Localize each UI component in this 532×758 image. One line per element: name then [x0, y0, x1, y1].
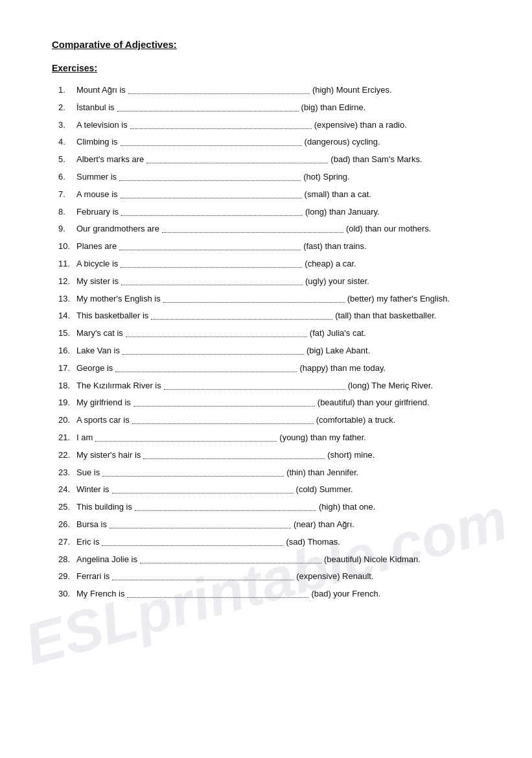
hint-text: (cheap) a car.	[305, 257, 356, 271]
fill-dots	[102, 468, 284, 477]
fill-dots	[121, 137, 302, 146]
hint-text: (long) The Meriç River.	[348, 379, 433, 393]
hint-text: (thin) than Jennifer.	[286, 466, 358, 480]
sentence-start: This basketballer is	[76, 309, 148, 323]
hint-text: (happy) than me today.	[299, 362, 386, 375]
sentence-start: My sister's hair is	[76, 449, 141, 462]
sentence-start: I am	[76, 431, 93, 445]
hint-text: (better) my father's English.	[347, 292, 450, 306]
list-item: My French is (bad) your French.	[58, 587, 487, 601]
sentence-start: This building is	[76, 501, 132, 514]
list-item: Lake Van is (big) Lake Abant.	[58, 344, 487, 358]
sentence-start: Bursa is	[76, 518, 107, 532]
list-item: A sports car is (comfortable) a truck.	[58, 414, 487, 427]
list-item: Eric is (sad) Thomas.	[58, 536, 487, 549]
sentence-start: Sue is	[76, 466, 100, 480]
list-item: This basketballer is (tall) than that ba…	[58, 309, 487, 323]
fill-dots	[140, 555, 321, 563]
list-item: Albert's marks are (bad) than Sam's Mark…	[58, 153, 487, 167]
hint-text: (dangerous) cycling.	[305, 136, 380, 149]
fill-dots	[121, 277, 303, 285]
fill-dots	[121, 259, 302, 268]
fill-dots	[133, 398, 315, 407]
hint-text: (cold) Summer.	[296, 483, 353, 497]
hint-text: (fast) than trains.	[303, 240, 367, 254]
list-item: This building is (high) that one.	[58, 501, 487, 514]
hint-text: (bad) than Sam's Marks.	[330, 153, 422, 167]
list-item: A television is (expensive) than a radio…	[58, 119, 487, 132]
hint-text: (short) mine.	[327, 449, 375, 462]
fill-dots	[121, 207, 303, 216]
fill-dots	[110, 520, 291, 528]
sentence-start: My girlfriend is	[76, 396, 131, 410]
list-item: Bursa is (near) than Ağrı.	[58, 518, 487, 532]
list-item: My mother's English is (better) my fathe…	[58, 292, 487, 306]
sentence-start: A bicycle is	[76, 257, 118, 271]
hint-text: (high) Mount Erciyes.	[312, 84, 392, 97]
section-title: Exercises:	[52, 63, 487, 73]
fill-dots	[135, 503, 316, 511]
main-title: Comparative of Adjectives:	[52, 39, 487, 50]
hint-text: (old) than our mothers.	[346, 222, 432, 236]
sentence-start: George is	[76, 362, 113, 375]
list-item: George is (happy) than me today.	[58, 362, 487, 375]
hint-text: (big) Lake Abant.	[306, 344, 370, 358]
fill-dots	[95, 433, 277, 442]
fill-dots	[143, 451, 325, 459]
sentence-start: Angelina Jolie is	[76, 553, 137, 567]
sentence-start: İstanbul is	[76, 101, 115, 115]
list-item: A mouse is (small) than a cat.	[58, 188, 487, 202]
fill-dots	[151, 311, 332, 320]
fill-dots	[112, 572, 294, 580]
list-item: Planes are (fast) than trains.	[58, 240, 487, 254]
hint-text: (sad) Thomas.	[286, 536, 340, 549]
sentence-start: Albert's marks are	[76, 153, 144, 167]
fill-dots	[117, 103, 299, 112]
sentence-start: Planes are	[76, 240, 117, 254]
page-content: Comparative of Adjectives: Exercises: Mo…	[52, 39, 487, 601]
list-item: Mary's cat is (fat) Julia's cat.	[58, 327, 487, 340]
sentence-start: Winter is	[76, 483, 110, 497]
sentence-start: Lake Van is	[76, 344, 120, 358]
hint-text: (fat) Julia's cat.	[310, 327, 366, 340]
hint-text: (expensive) Renault.	[296, 570, 373, 584]
fill-dots	[130, 121, 312, 129]
sentence-start: Ferrari is	[76, 570, 110, 584]
fill-dots	[119, 242, 301, 250]
hint-text: (expensive) than a radio.	[314, 119, 407, 132]
sentence-start: A sports car is	[76, 414, 130, 427]
fill-dots	[146, 155, 328, 163]
fill-dots	[162, 224, 343, 233]
fill-dots	[163, 294, 345, 303]
hint-text: (near) than Ağrı.	[294, 518, 354, 532]
fill-dots	[132, 416, 314, 424]
fill-dots	[119, 172, 301, 181]
fill-dots	[128, 86, 310, 94]
hint-text: (bad) your French.	[311, 587, 380, 601]
list-item: Winter is (cold) Summer.	[58, 483, 487, 497]
hint-text: (high) that one.	[319, 501, 375, 514]
hint-text: (young) than my father.	[279, 431, 366, 445]
hint-text: (comfortable) a truck.	[316, 414, 396, 427]
hint-text: (beautiful) than your girlfriend.	[318, 396, 430, 410]
hint-text: (ugly) your sister.	[305, 275, 369, 289]
sentence-start: A television is	[76, 119, 128, 132]
list-item: Ferrari is (expensive) Renault.	[58, 570, 487, 584]
hint-text: (hot) Spring.	[303, 171, 350, 184]
sentence-start: February is	[76, 206, 119, 219]
hint-text: (beautiful) Nicole Kidman.	[324, 553, 421, 567]
list-item: February is (long) than January.	[58, 206, 487, 219]
sentence-start: Mount Ağrı is	[76, 84, 126, 97]
list-item: Mount Ağrı is (high) Mount Erciyes.	[58, 84, 487, 97]
list-item: Summer is (hot) Spring.	[58, 171, 487, 184]
list-item: İstanbul is (big) than Edirne.	[58, 101, 487, 115]
list-item: I am (young) than my father.	[58, 431, 487, 445]
fill-dots	[126, 329, 307, 337]
hint-text: (long) than January.	[305, 206, 380, 219]
sentence-start: My French is	[76, 587, 124, 601]
list-item: Angelina Jolie is (beautiful) Nicole Kid…	[58, 553, 487, 567]
list-item: My sister is (ugly) your sister.	[58, 275, 487, 289]
fill-dots	[164, 381, 345, 390]
sentence-start: Eric is	[76, 536, 99, 549]
list-item: My girlfriend is (beautiful) than your g…	[58, 396, 487, 410]
